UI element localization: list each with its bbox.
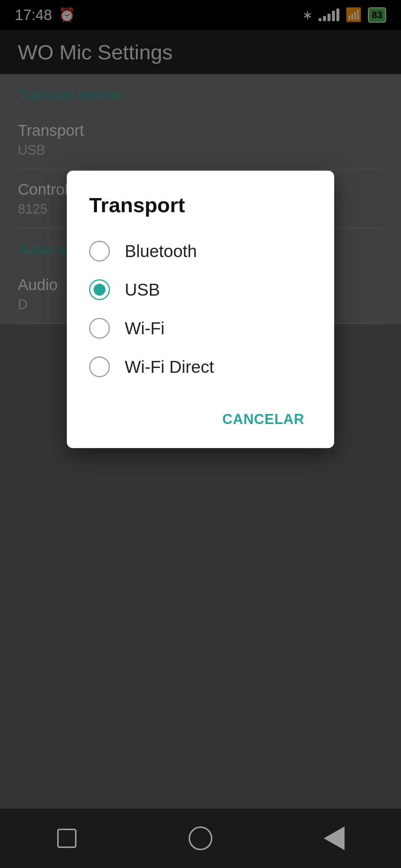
radio-bluetooth[interactable] bbox=[89, 241, 110, 262]
nav-bar bbox=[0, 809, 401, 868]
dialog-actions: CANCELAR bbox=[89, 398, 312, 433]
option-bluetooth[interactable]: Bluetooth bbox=[89, 232, 312, 270]
recents-button[interactable] bbox=[48, 820, 85, 857]
option-wifi-direct-label: Wi-Fi Direct bbox=[125, 357, 214, 377]
radio-wifi-direct[interactable] bbox=[89, 356, 110, 377]
option-usb-label: USB bbox=[125, 280, 160, 300]
option-wifi[interactable]: Wi-Fi bbox=[89, 309, 312, 348]
cancel-button[interactable]: CANCELAR bbox=[215, 405, 312, 433]
recents-icon bbox=[57, 829, 76, 848]
radio-usb-inner bbox=[94, 284, 105, 296]
back-icon bbox=[324, 826, 345, 850]
home-button[interactable] bbox=[182, 820, 219, 857]
back-button[interactable] bbox=[316, 820, 353, 857]
option-wifi-label: Wi-Fi bbox=[125, 318, 164, 338]
option-bluetooth-label: Bluetooth bbox=[125, 241, 197, 261]
radio-usb[interactable] bbox=[89, 279, 110, 300]
dialog-overlay: Transport Bluetooth USB Wi-Fi Wi-Fi Dire… bbox=[0, 0, 401, 868]
home-icon bbox=[189, 826, 212, 850]
dialog-title: Transport bbox=[89, 193, 312, 217]
option-wifi-direct[interactable]: Wi-Fi Direct bbox=[89, 348, 312, 386]
option-usb[interactable]: USB bbox=[89, 270, 312, 309]
radio-wifi[interactable] bbox=[89, 318, 110, 339]
transport-dialog: Transport Bluetooth USB Wi-Fi Wi-Fi Dire… bbox=[67, 171, 334, 448]
